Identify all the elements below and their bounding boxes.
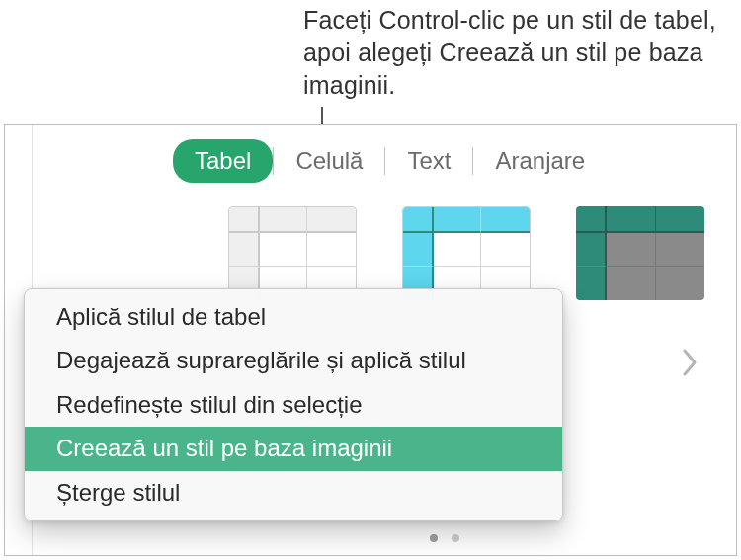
menu-item-delete-style[interactable]: Șterge stilul [25,471,562,515]
chevron-right-icon [682,349,698,380]
thumbnail-grid [576,206,704,300]
table-style-thumbnail[interactable] [576,206,704,300]
tab-celula[interactable]: Celulă [274,139,384,183]
menu-item-redefine-from-selection[interactable]: Redefinește stilul din selecție [25,383,562,427]
pager-dot[interactable] [430,534,438,542]
callout-text: Faceți Control-clic pe un stil de tabel,… [303,4,718,102]
table-style-thumbnail[interactable] [228,206,357,300]
table-style-thumbnail[interactable] [402,206,531,300]
thumbnail-grid [403,207,530,299]
tab-text[interactable]: Text [385,139,472,183]
tab-aranjare[interactable]: Aranjare [473,139,607,183]
context-menu: Aplică stilul de tabel Degajează suprare… [24,288,563,521]
thumbnail-grid [229,207,356,299]
menu-item-apply-style[interactable]: Aplică stilul de tabel [25,295,562,339]
inspector-tabs: Tabel Celulă Text Aranjare [173,139,607,183]
next-page-button[interactable] [673,343,706,386]
pager-dot[interactable] [452,534,459,542]
style-pager [430,534,459,542]
menu-item-clear-overrides[interactable]: Degajează suprareglările și aplică stilu… [25,339,562,382]
menu-item-create-style-from-image[interactable]: Creează un stil pe baza imaginii [25,427,562,470]
tab-tabel[interactable]: Tabel [173,139,273,183]
